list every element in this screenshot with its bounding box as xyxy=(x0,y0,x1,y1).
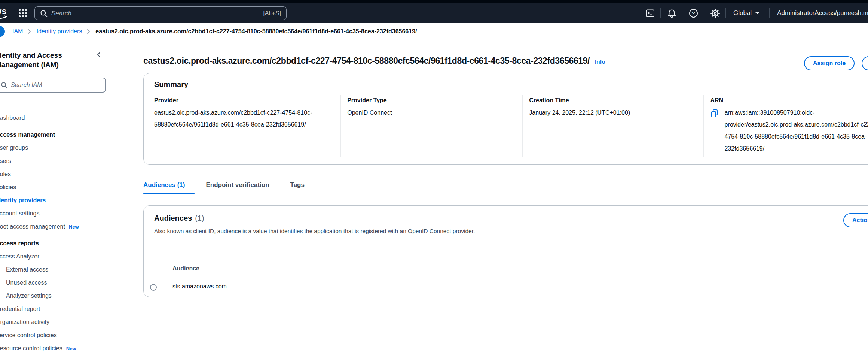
chevron-down-icon xyxy=(755,12,760,14)
nav-divider xyxy=(725,8,726,18)
services-grid-icon[interactable] xyxy=(19,9,27,17)
breadcrumb-link-identity-providers[interactable]: Identity providers xyxy=(36,28,82,35)
iam-sidebar: Identity and Access Management (IAM) Das… xyxy=(0,40,113,357)
nav-divider xyxy=(769,8,770,18)
window-top-edge xyxy=(0,0,868,3)
chevron-right-icon xyxy=(86,28,92,34)
summary-card: Summary Provider eastus2.oic.prod-aks.az… xyxy=(143,73,868,165)
audiences-count: (1) xyxy=(195,214,204,223)
sidebar-search-box[interactable] xyxy=(0,78,106,93)
aws-logo[interactable]: aws xyxy=(0,7,9,20)
page-title: eastus2.oic.prod-aks.azure.com/c2bbd1cf-… xyxy=(143,54,590,67)
breadcrumb: IAM Identity providers eastus2.oic.prod-… xyxy=(0,23,868,40)
tab-tags[interactable]: Tags xyxy=(281,178,314,194)
audiences-table: Audience sts.amazonaws.com xyxy=(144,261,868,297)
summary-field-arn: ARN arn:aws:iam::391008507910:oidc-provi… xyxy=(703,95,868,157)
column-divider xyxy=(163,264,163,274)
sidebar-item-resource-control-policies[interactable]: Resource control policiesNew xyxy=(0,342,113,355)
sidebar-item-root-access-management[interactable]: Root access managementNew xyxy=(0,220,113,233)
sidebar-item-policies[interactable]: Policies xyxy=(0,181,113,194)
nav-divider xyxy=(704,8,704,18)
topnav-right-cluster: ? Global AdministratorAccess/puneesh.mot… xyxy=(638,3,868,23)
cloudshell-terminal-icon xyxy=(645,8,655,18)
audience-cell: sts.amazonaws.com xyxy=(172,283,227,290)
svg-text:?: ? xyxy=(692,10,695,16)
sidebar-item-external-access[interactable]: External access xyxy=(0,263,113,276)
sidebar-section-access-reports: Access reports xyxy=(0,237,113,250)
notifications-button[interactable] xyxy=(666,7,677,19)
sidebar-item-user-groups[interactable]: User groups xyxy=(0,141,113,154)
console-search-input[interactable] xyxy=(51,10,263,17)
sidebar-item-service-control-policies[interactable]: Service control policies xyxy=(0,329,113,342)
sidebar-search-input[interactable] xyxy=(11,82,101,88)
breadcrumb-link-iam[interactable]: IAM xyxy=(12,28,23,35)
sidebar-nav-list: Dashboard Access management User groups … xyxy=(0,111,113,355)
account-menu[interactable]: AdministratorAccess/puneesh.motw xyxy=(777,9,868,17)
sidebar-title: Identity and Access Management (IAM) xyxy=(0,51,89,69)
column-header-audience[interactable]: Audience xyxy=(172,265,199,272)
new-badge[interactable]: New xyxy=(66,346,76,352)
divider xyxy=(0,102,106,102)
audiences-description: Also known as client ID, audience is a v… xyxy=(144,227,868,235)
nav-divider xyxy=(682,8,682,18)
sidebar-item-organization-activity[interactable]: Organization activity xyxy=(0,315,113,329)
summary-field-provider: Provider eastus2.oic.prod-aks.azure.com/… xyxy=(154,95,340,157)
aws-console-topnav: aws [Alt+S] xyxy=(0,3,868,23)
settings-button[interactable] xyxy=(709,7,721,19)
sidebar-item-unused-access[interactable]: Unused access xyxy=(0,276,113,289)
audiences-card: Audiences (1) Actions Also known as clie… xyxy=(143,205,868,297)
sidebar-item-users[interactable]: Users xyxy=(0,154,113,167)
main-content: eastus2.oic.prod-aks.azure.com/c2bbd1cf-… xyxy=(113,40,868,357)
row-radio-button[interactable] xyxy=(150,284,157,291)
nav-divider xyxy=(12,11,12,21)
summary-field-creation-time: Creation Time January 24, 2025, 22:12 (U… xyxy=(522,95,703,157)
search-icon xyxy=(40,10,48,17)
tab-endpoint-verification[interactable]: Endpoint verification xyxy=(195,178,280,194)
copy-icon[interactable] xyxy=(710,109,719,119)
region-selector[interactable]: Global xyxy=(733,9,760,17)
actions-button[interactable]: Actions xyxy=(843,213,868,227)
breadcrumb-current: eastus2.oic.prod-aks.azure.com/c2bbd1cf-… xyxy=(95,28,417,35)
gear-icon xyxy=(710,8,720,18)
nav-divider xyxy=(660,8,661,18)
collapse-sidebar-icon[interactable] xyxy=(96,51,103,60)
sidebar-item-analyzer-settings[interactable]: Analyzer settings xyxy=(0,289,113,302)
sidebar-item-roles[interactable]: Roles xyxy=(0,167,113,181)
sidebar-item-identity-providers[interactable]: Identity providers xyxy=(0,194,113,207)
sidebar-item-dashboard[interactable]: Dashboard xyxy=(0,111,113,124)
region-label: Global xyxy=(733,9,752,17)
question-mark-icon: ? xyxy=(688,8,699,18)
sidebar-item-credential-report[interactable]: Credential report xyxy=(0,302,113,315)
info-link[interactable]: Info xyxy=(595,58,605,65)
table-row[interactable]: sts.amazonaws.com xyxy=(144,278,868,297)
aws-smile-icon xyxy=(0,15,9,21)
summary-field-provider-type: Provider Type OpenID Connect xyxy=(340,95,522,157)
cloudshell-button[interactable] xyxy=(644,7,655,19)
sidebar-item-account-settings[interactable]: Account settings xyxy=(0,207,113,220)
sidebar-section-access-management: Access management xyxy=(0,128,113,141)
table-header-row: Audience xyxy=(144,261,868,278)
sidebar-item-access-analyzer[interactable]: Access Analyzer xyxy=(0,250,113,263)
bell-icon xyxy=(667,8,677,18)
arn-value: arn:aws:iam::391008507910:oidc-provider/… xyxy=(724,107,868,155)
summary-heading: Summary xyxy=(154,80,868,89)
tab-audiences[interactable]: Audiences (1) xyxy=(143,178,195,194)
notification-dot-icon[interactable] xyxy=(0,26,5,37)
search-shortcut-hint: [Alt+S] xyxy=(263,10,281,17)
detail-tabs: Audiences (1) Endpoint verification Tags xyxy=(143,178,868,194)
audiences-heading: Audiences xyxy=(154,214,192,223)
assign-role-button[interactable]: Assign role xyxy=(804,56,855,70)
search-icon xyxy=(1,82,7,88)
new-badge[interactable]: New xyxy=(69,224,79,230)
console-search-box[interactable]: [Alt+S] xyxy=(34,6,287,20)
chevron-right-icon xyxy=(27,28,33,34)
help-button[interactable]: ? xyxy=(688,7,699,19)
